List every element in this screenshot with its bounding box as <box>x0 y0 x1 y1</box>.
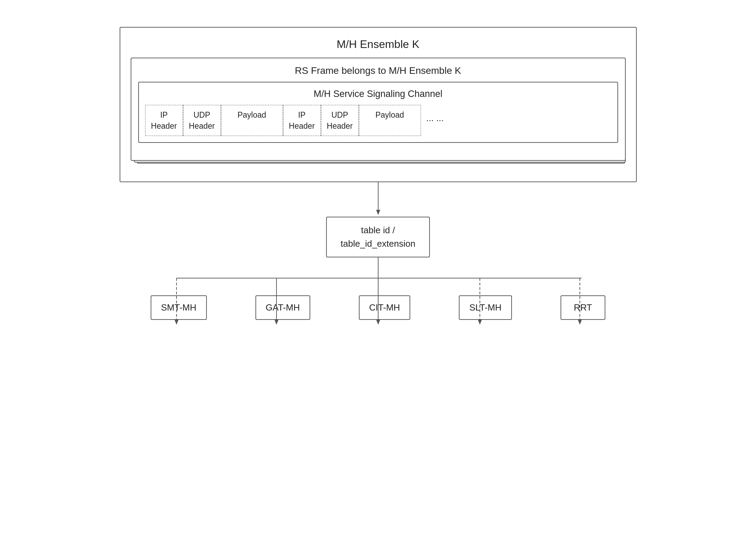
packet-ip1: IP Header <box>145 105 183 136</box>
ssc-box: M/H Service Signaling Channel IP Header … <box>138 82 618 143</box>
arrow-cit <box>376 320 380 325</box>
arrow-smt <box>174 320 179 325</box>
upper-connector-svg <box>361 182 395 217</box>
arrow-slt <box>478 320 482 325</box>
diagram-wrapper: M/H Ensemble K RS Frame belongs to M/H E… <box>120 20 637 368</box>
packet-row: IP Header UDP Header Payload I <box>145 105 611 136</box>
rs-frame-label: RS Frame belongs to M/H Ensemble K <box>138 65 618 76</box>
table-id-box: table id / table_id_extension <box>326 217 430 257</box>
arrow-down-1 <box>376 210 380 215</box>
diagram-container: M/H Ensemble K RS Frame belongs to M/H E… <box>33 20 723 520</box>
ensemble-label: M/H Ensemble K <box>131 38 626 51</box>
packet-ellipsis: ··· ··· <box>421 105 448 136</box>
upper-connector <box>120 182 637 217</box>
arrow-gat <box>274 320 279 325</box>
packet-udp1: UDP Header <box>183 105 221 136</box>
rs-frame-box: RS Frame belongs to M/H Ensemble K M/H S… <box>131 58 626 161</box>
packet-payload2: Payload <box>359 105 421 136</box>
ssc-label: M/H Service Signaling Channel <box>145 89 611 99</box>
packet-ip2: IP Header <box>283 105 321 136</box>
fanout-svg <box>120 257 637 368</box>
arrow-rrt <box>578 320 582 325</box>
bottom-section: SMT-MH GAT-MH CIT-MH SLT-MH RRT <box>120 257 637 368</box>
ensemble-box: M/H Ensemble K RS Frame belongs to M/H E… <box>120 27 637 182</box>
packet-payload1: Payload <box>221 105 283 136</box>
packet-udp2: UDP Header <box>321 105 359 136</box>
table-id-section: table id / table_id_extension <box>120 217 637 257</box>
